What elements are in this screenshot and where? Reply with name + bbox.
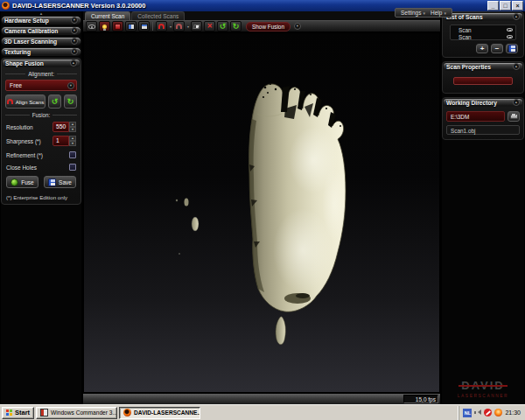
chevron-up-icon[interactable]: ▴ — [513, 63, 520, 70]
start-button[interactable]: Start — [2, 407, 34, 419]
sidebar-section-hardware-setup[interactable]: Hardware Setup ▾ — [1, 16, 81, 24]
chevron-down-icon[interactable]: ▾ — [71, 27, 78, 34]
redo-icon[interactable]: ↻ — [230, 21, 242, 32]
browse-folder-button[interactable] — [508, 111, 520, 122]
spin-down-icon[interactable]: ▾ — [69, 141, 76, 146]
resolution-label: Resolution — [6, 124, 52, 130]
tab-current-scan[interactable]: Current Scan — [85, 11, 130, 20]
settings-menu[interactable]: Settings ▾ — [401, 10, 425, 16]
chevron-down-icon[interactable]: ▾ — [71, 38, 78, 45]
chevron-up-icon[interactable]: ▴ — [70, 60, 77, 66]
scan-tabbar: Current Scan Collected Scans — [83, 11, 440, 20]
minimize-icon[interactable]: _ — [487, 1, 499, 10]
taskbar-clock: 21:30 — [505, 410, 521, 416]
chevron-down-icon[interactable]: ▾ — [71, 17, 78, 24]
save-button[interactable]: Save — [44, 176, 76, 188]
working-directory-path-field[interactable]: E:\3DM — [446, 111, 505, 122]
add-scan-button[interactable]: + — [476, 44, 488, 53]
alignment-mode-dropdown[interactable]: Free ▾ — [5, 80, 77, 91]
split-view-vertical-icon[interactable] — [125, 21, 136, 32]
show-fusion-toggle[interactable]: Show Fusion — [246, 22, 290, 32]
spin-down-icon[interactable]: ▾ — [69, 127, 76, 132]
maximize-icon[interactable]: □ — [500, 1, 511, 10]
folder-icon — [510, 114, 518, 119]
refinement-label: Refinement (*) — [6, 152, 69, 158]
chevron-down-icon[interactable]: ▾ — [67, 82, 74, 89]
alignment-mode-value: Free — [10, 82, 67, 88]
save-scan-button[interactable] — [506, 44, 518, 53]
filename-field[interactable]: Scan1.obj — [446, 125, 520, 135]
list-of-scans-header[interactable]: List of Scans ▴ — [443, 12, 523, 21]
split-view-horizontal-icon[interactable] — [138, 21, 150, 32]
fps-counter: 15,0 fps — [403, 395, 438, 403]
visibility-eye-icon[interactable] — [507, 35, 513, 38]
close-holes-label: Close Holes — [6, 164, 69, 171]
david-logo-title: DAVID — [461, 380, 504, 391]
list-of-scans-panel: List of Scans ▴ Scan Scan + − — [442, 11, 524, 58]
david-app-icon — [123, 409, 131, 416]
magnet-icon[interactable] — [156, 21, 167, 32]
volume-icon[interactable] — [474, 410, 481, 416]
tray-red-status-icon[interactable] — [484, 409, 492, 416]
toolbar-separator — [152, 22, 153, 31]
chevron-up-icon[interactable]: ▴ — [513, 99, 520, 106]
sharpness-value[interactable]: 1 — [52, 136, 69, 146]
eraser-icon[interactable] — [191, 21, 202, 32]
sidebar-section-texturing[interactable]: Texturing ▾ — [1, 47, 81, 56]
viewport-area: Current Scan Collected Scans ▾ ▾ ✕ ↺ ↻ S… — [83, 11, 440, 404]
sharpness-stepper[interactable]: 1 ▴ ▾ — [52, 136, 76, 146]
redo-align-button[interactable]: ↻ — [64, 94, 77, 108]
scan-list: Scan Scan — [450, 24, 516, 40]
sidebar-section-camera-calibration[interactable]: Camera Calibration ▾ — [1, 26, 81, 35]
task-david-laserscanner[interactable]: DAVID-LASERSCANNE... — [119, 407, 200, 419]
chevron-down-icon[interactable]: ▾ — [294, 23, 301, 30]
eye-icon[interactable] — [86, 21, 97, 32]
sidebar-section-3d-laser-scanning[interactable]: 3D Laser Scanning ▾ — [1, 37, 81, 46]
chevron-down-icon[interactable]: ▾ — [170, 24, 172, 29]
undo-icon: ↺ — [52, 97, 59, 106]
tray-orange-status-icon[interactable] — [494, 409, 502, 416]
scan-property-bar[interactable] — [453, 77, 513, 85]
light-bulb-icon[interactable] — [99, 21, 110, 32]
undo-align-button[interactable]: ↺ — [48, 94, 61, 108]
shape-fusion-panel: Shape Fusion ▴ Alignment: Free ▾ Align S… — [1, 58, 81, 205]
close-icon[interactable]: × — [512, 1, 523, 10]
resolution-stepper[interactable]: 550 ▴ ▾ — [52, 122, 76, 132]
scan-properties-header[interactable]: Scan Properties ▴ — [443, 62, 523, 71]
left-sidebar: ▴ Hardware Setup ▾ Camera Calibration ▾ … — [1, 11, 81, 404]
3d-scan-foot[interactable] — [84, 33, 439, 393]
david-logo-subtitle: LASERSCANNER — [442, 394, 524, 398]
magnet-align-icon[interactable] — [173, 21, 185, 32]
redo-icon: ↻ — [67, 97, 74, 106]
application-window: DAVID-LASERSCANNER Version 3.0.20000 _ □… — [0, 0, 525, 420]
refinement-checkbox[interactable] — [69, 151, 76, 158]
language-indicator[interactable]: NL — [463, 409, 472, 417]
visibility-eye-icon[interactable] — [507, 28, 513, 32]
right-sidebar: List of Scans ▴ Scan Scan + − — [442, 11, 524, 404]
windows-logo-icon — [6, 410, 12, 416]
laser-stop-icon[interactable] — [112, 21, 123, 32]
help-menu[interactable]: Help ▾ — [430, 10, 446, 16]
sidebar-section-shape-fusion[interactable]: Shape Fusion ▴ — [2, 59, 80, 67]
magnet-icon — [7, 99, 13, 104]
scan-list-item[interactable]: Scan — [453, 26, 513, 33]
remove-scan-button[interactable]: − — [491, 44, 503, 53]
viewport-statusbar: 15,0 fps — [83, 393, 440, 404]
david-logo: DAVID LASERSCANNER — [442, 377, 524, 398]
task-windows-commander[interactable]: Windows Commander 3... — [36, 407, 117, 419]
chevron-down-icon[interactable]: ▾ — [71, 48, 78, 55]
fuse-button[interactable]: Fuse — [6, 176, 38, 188]
working-directory-header[interactable]: Working Directory ▴ — [443, 98, 523, 107]
delete-x-icon[interactable]: ✕ — [204, 21, 215, 32]
chevron-down-icon[interactable]: ▾ — [187, 24, 189, 29]
minus-icon: − — [495, 45, 500, 52]
align-scans-button[interactable]: Align Scans — [5, 94, 46, 108]
close-holes-checkbox[interactable] — [69, 164, 76, 171]
3d-viewport[interactable] — [83, 32, 440, 393]
scan-list-item[interactable]: Scan — [453, 33, 513, 40]
undo-icon[interactable]: ↺ — [217, 21, 228, 32]
tab-collected-scans[interactable]: Collected Scans — [131, 11, 185, 20]
chevron-up-icon[interactable]: ▴ — [513, 13, 520, 20]
plus-icon: + — [480, 45, 485, 52]
resolution-value[interactable]: 550 — [52, 122, 69, 132]
